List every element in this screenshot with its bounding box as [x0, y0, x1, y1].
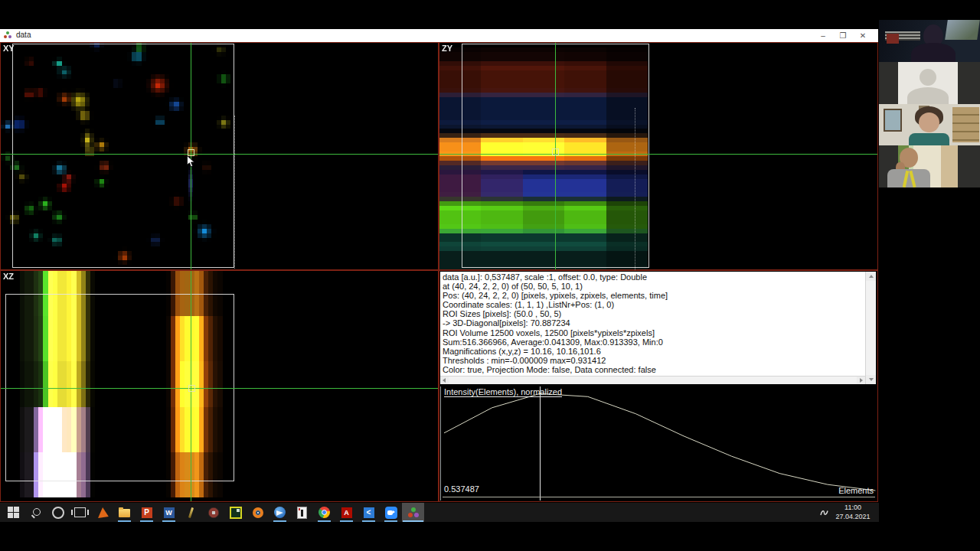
screen: data – ❐ ✕ XY: [0, 0, 980, 551]
scroll-up-arrow-icon[interactable]: [866, 272, 876, 281]
taskbar-item-vscode[interactable]: [358, 503, 380, 522]
background-window: [945, 20, 980, 40]
plot-x-axis-label: Elements: [838, 486, 874, 495]
intensity-plot[interactable]: Intensity(Elements), normalized 0.537487…: [440, 386, 877, 500]
file-explorer-icon: [119, 509, 130, 517]
window-titlebar[interactable]: data – ❐ ✕: [0, 29, 878, 42]
participant-video-2[interactable]: [879, 62, 980, 104]
taskbar-item-matlab[interactable]: [91, 503, 113, 522]
taskbar-item-cortana[interactable]: [47, 503, 69, 522]
xy-roi-rectangle[interactable]: [12, 44, 234, 268]
xz-panel-label: XZ: [3, 272, 14, 281]
taskbar-item-task-view[interactable]: [69, 503, 91, 522]
app-window: data – ❐ ✕ XY: [0, 29, 878, 503]
taskbar-item-zoom-app[interactable]: [380, 503, 402, 522]
info-line: Magnifications (x,y,z) = 10.16, 10.16,10…: [443, 347, 864, 356]
task-view-icon: [74, 507, 86, 517]
xz-crosshair-horizontal[interactable]: [1, 388, 438, 389]
window-title: data: [16, 31, 31, 39]
clock-date: 27.04.2021: [831, 513, 874, 522]
zy-position-marker[interactable]: [552, 148, 559, 155]
taskbar-item-start[interactable]: [2, 503, 24, 522]
scroll-left-arrow-icon[interactable]: [440, 377, 449, 383]
taskbar-item-gear-app[interactable]: [202, 503, 224, 522]
zy-crosshair-horizontal[interactable]: [439, 154, 877, 155]
matlab-icon: [96, 507, 109, 518]
thunderbird-icon: [274, 507, 286, 518]
info-line: at (40, 24, 2, 2, 0) of (50, 50, 5, 10, …: [443, 282, 864, 291]
plot-title: Intensity(Elements), normalized: [444, 387, 562, 397]
taskbar-item-data-viewer[interactable]: [402, 503, 424, 522]
maximize-button[interactable]: ❐: [835, 30, 851, 41]
windows-ink-icon[interactable]: [819, 507, 829, 517]
powerpoint-icon: [142, 507, 152, 518]
taskbar-clock[interactable]: 11:00 27.04.2021: [831, 504, 874, 521]
taskbar-item-blender[interactable]: [247, 503, 269, 522]
intensity-curve: [441, 386, 877, 500]
viewer-app-icon: [297, 507, 307, 519]
app-icon: [4, 31, 12, 40]
taskbar-item-capture-app[interactable]: [224, 503, 247, 522]
taskbar-item-viewer-app[interactable]: [291, 503, 313, 522]
info-line: Sum:516.366966, Average:0.041309, Max:0.…: [443, 337, 864, 347]
blender-icon: [253, 507, 263, 518]
plot-position-marker-line[interactable]: [540, 386, 541, 500]
cortana-icon: [52, 507, 64, 519]
scroll-right-arrow-icon[interactable]: [857, 377, 865, 383]
xy-element-ticks: [234, 116, 235, 269]
info-vertical-scrollbar[interactable]: [865, 272, 876, 384]
stylus-icon: [188, 507, 194, 517]
viewer-content: XY ZY XZ: [0, 42, 878, 503]
data-info-panel[interactable]: data [a.u.]: 0,537487, scale :1, offset:…: [440, 272, 876, 384]
participant-3-face: [919, 112, 939, 132]
participant-3-torso: [909, 133, 949, 145]
close-button[interactable]: ✕: [855, 30, 871, 41]
info-line: -> 3D-Diagonal[pixels]: 70.887234: [443, 318, 864, 328]
scroll-down-arrow-icon[interactable]: [866, 375, 876, 384]
avatar-placeholder-body: [907, 87, 949, 104]
info-line: ROI Volume 12500 voxels, 12500 [pixels*y…: [443, 328, 864, 337]
plot-x-axis: [443, 497, 875, 497]
taskbar-item-file-explorer[interactable]: [113, 503, 136, 522]
taskbar-item-powerpoint[interactable]: [136, 503, 158, 522]
taskbar-items: [2, 503, 424, 522]
clock-time: 11:00: [831, 504, 874, 513]
video-call-sidebar: [879, 0, 980, 551]
avatar-placeholder-head: [920, 69, 936, 86]
search-icon: [31, 507, 41, 518]
taskbar-item-search[interactable]: [24, 503, 47, 522]
participant-video-1[interactable]: [879, 20, 980, 62]
participant-video-4[interactable]: [879, 145, 980, 187]
chrome-icon: [318, 507, 330, 518]
background-object: [887, 34, 899, 44]
xz-position-marker[interactable]: [188, 385, 195, 392]
zy-view-panel[interactable]: ZY: [439, 42, 878, 270]
minimize-button[interactable]: –: [815, 30, 831, 41]
taskbar-item-thunderbird[interactable]: [269, 503, 291, 522]
data-viewer-icon: [407, 507, 419, 518]
info-line: Pos: (40, 24, 2, 2, 0) [pixels, ypixels,…: [443, 291, 864, 300]
taskbar-item-word[interactable]: [158, 503, 180, 522]
xz-view-panel[interactable]: XZ: [0, 270, 439, 502]
xy-panel-label: XY: [3, 44, 15, 53]
mouse-cursor-icon: [187, 155, 195, 168]
taskbar-item-stylus[interactable]: [180, 503, 202, 522]
zy-crosshair-vertical[interactable]: [555, 43, 556, 269]
taskbar-item-chrome[interactable]: [313, 503, 335, 522]
xy-view-panel[interactable]: XY: [0, 42, 439, 270]
background-picture-frame: [884, 109, 902, 132]
acrobat-icon: [341, 507, 352, 518]
info-text: data [a.u.]: 0,537487, scale :1, offset:…: [443, 272, 864, 374]
info-quadrant: data [a.u.]: 0,537487, scale :1, offset:…: [439, 270, 878, 502]
xy-crosshair-horizontal[interactable]: [1, 154, 438, 155]
background-shelf: [952, 107, 979, 142]
info-line: Coordinate scales: (1, 1, 1) ,ListNr+Pos…: [443, 300, 864, 309]
zy-panel-label: ZY: [442, 44, 452, 53]
taskbar-item-acrobat[interactable]: [335, 503, 358, 522]
start-icon: [8, 507, 19, 518]
info-horizontal-scrollbar[interactable]: [440, 376, 865, 384]
info-line: Thresholds : min=-0.000009 max=0.931412: [443, 356, 864, 365]
word-icon: [164, 507, 175, 518]
plot-current-value: 0.537487: [444, 484, 479, 494]
participant-video-3[interactable]: [879, 104, 980, 145]
